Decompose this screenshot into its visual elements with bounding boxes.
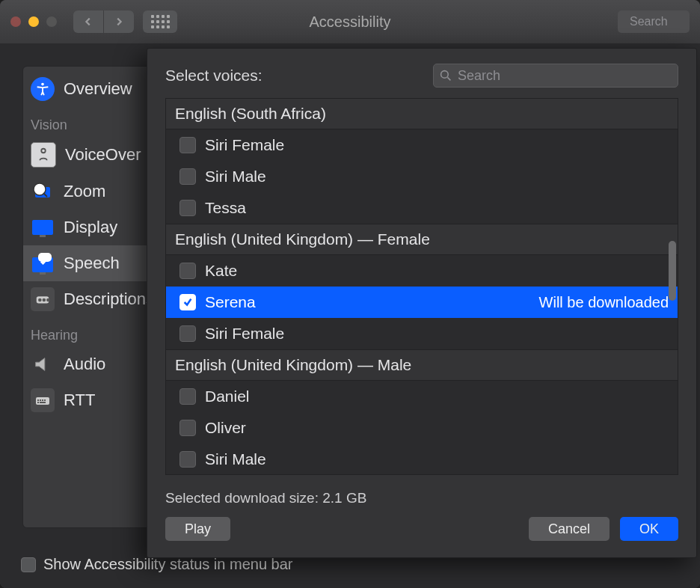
svg-rect-16 — [40, 402, 46, 403]
voices-search-input[interactable] — [456, 67, 672, 85]
voice-checkbox[interactable] — [179, 420, 196, 436]
svg-point-7 — [38, 298, 42, 302]
sidebar-item-label: Display — [64, 218, 117, 237]
sidebar-item-label: RTT — [64, 391, 95, 410]
voice-row[interactable]: Tessa — [166, 192, 678, 224]
select-voices-sheet: Select voices: English (South Africa) Si… — [147, 48, 697, 558]
svg-point-1 — [41, 83, 44, 86]
voice-name: Oliver — [205, 419, 246, 437]
sidebar-item-descriptions[interactable]: Descriptions — [23, 281, 154, 317]
rtt-icon — [31, 388, 55, 412]
voices-search-field[interactable] — [433, 64, 678, 88]
checkbox-box — [21, 557, 36, 572]
voice-name: Siri Male — [205, 450, 266, 468]
display-icon — [31, 215, 55, 239]
sidebar-item-label: Audio — [64, 355, 105, 374]
traffic-lights — [10, 16, 57, 27]
voice-group-header: English (United Kingdom) — Male — [166, 349, 678, 381]
sidebar-item-label: Speech — [64, 254, 120, 273]
voice-status: Will be downloaded — [539, 294, 669, 311]
sidebar-item-label: Zoom — [64, 182, 105, 201]
voice-row[interactable]: Siri Female — [166, 318, 678, 349]
zoom-window-button[interactable] — [46, 16, 57, 27]
voice-checkbox[interactable] — [179, 325, 196, 342]
svg-rect-12 — [40, 399, 41, 401]
voice-checkbox[interactable] — [179, 137, 196, 153]
toolbar-search-input[interactable] — [628, 14, 684, 29]
sheet-title: Select voices: — [165, 67, 262, 85]
voices-list[interactable]: English (South Africa) Siri Female Siri … — [165, 98, 678, 475]
voiceover-icon — [31, 142, 56, 168]
voice-name: Siri Female — [205, 136, 284, 154]
voice-checkbox[interactable] — [179, 168, 196, 185]
show-all-prefs-button[interactable] — [143, 10, 177, 33]
grid-icon — [151, 15, 170, 28]
speech-icon — [31, 251, 55, 275]
accessibility-icon — [31, 77, 55, 101]
sidebar-group-vision: Vision — [23, 107, 154, 136]
voice-row[interactable]: Oliver — [166, 412, 678, 444]
voice-name: Siri Female — [205, 325, 284, 343]
voice-row[interactable]: Daniel — [166, 381, 678, 412]
system-preferences-window: Accessibility Overview Vision — [0, 0, 700, 588]
voice-row[interactable]: Siri Male — [166, 161, 678, 192]
svg-rect-14 — [44, 399, 46, 401]
scrollbar-thumb[interactable] — [669, 241, 676, 301]
forward-button[interactable] — [104, 10, 134, 33]
svg-point-8 — [43, 298, 46, 302]
sidebar-item-label: Overview — [64, 79, 132, 99]
sidebar-item-label: Descriptions — [64, 290, 154, 309]
voice-name: Serena — [205, 293, 256, 311]
minimize-window-button[interactable] — [28, 16, 39, 27]
voice-checkbox[interactable] — [179, 451, 196, 468]
sheet-footer: Selected download size: 2.1 GB Play Canc… — [147, 475, 696, 557]
sidebar-item-rtt[interactable]: RTT — [23, 382, 154, 418]
sheet-button-row: Play Cancel OK — [165, 517, 678, 541]
voice-row[interactable]: Kate — [166, 255, 678, 287]
svg-point-9 — [46, 298, 50, 302]
show-status-menubar-checkbox[interactable]: Show Accessibility status in menu bar — [21, 556, 293, 573]
nav-back-forward — [73, 10, 134, 33]
sidebar-group-hearing: Hearing — [23, 317, 154, 346]
sidebar-item-audio[interactable]: Audio — [23, 346, 154, 382]
audio-icon — [31, 352, 55, 376]
download-size-label: Selected download size: 2.1 GB — [165, 490, 678, 506]
voice-checkbox-checked[interactable] — [179, 294, 196, 310]
sidebar-item-display[interactable]: Display — [23, 209, 154, 245]
sidebar-item-zoom[interactable]: Zoom — [23, 174, 154, 209]
svg-rect-11 — [37, 399, 39, 401]
play-button[interactable]: Play — [165, 517, 230, 541]
sidebar-item-overview[interactable]: Overview — [23, 71, 154, 107]
sidebar-item-label: VoiceOver — [65, 145, 141, 165]
sheet-header: Select voices: — [147, 49, 696, 98]
svg-point-2 — [41, 149, 46, 153]
voice-name: Siri Male — [205, 168, 266, 186]
checkbox-label: Show Accessibility status in menu bar — [43, 556, 293, 573]
voice-name: Kate — [205, 262, 237, 280]
sidebar-item-speech[interactable]: Speech — [23, 245, 154, 281]
search-icon — [440, 70, 452, 82]
voice-checkbox[interactable] — [179, 263, 196, 279]
ok-button[interactable]: OK — [620, 517, 678, 541]
close-window-button[interactable] — [10, 16, 21, 27]
svg-point-17 — [441, 71, 449, 79]
chevron-left-icon — [83, 16, 93, 27]
voice-group-header: English (South Africa) — [166, 99, 678, 129]
zoom-icon — [31, 180, 55, 203]
chevron-right-icon — [114, 16, 124, 27]
voice-checkbox[interactable] — [179, 388, 196, 405]
check-icon — [182, 297, 193, 307]
descriptions-icon — [31, 287, 55, 311]
voice-checkbox[interactable] — [179, 200, 196, 216]
back-button[interactable] — [73, 10, 103, 33]
voice-row[interactable]: Siri Male — [166, 444, 678, 475]
cancel-button[interactable]: Cancel — [529, 517, 610, 541]
sidebar: Overview Vision VoiceOver — [22, 66, 155, 528]
voice-row-selected[interactable]: Serena Will be downloaded — [166, 287, 678, 318]
voice-group-header: English (United Kingdom) — Female — [166, 224, 678, 255]
svg-rect-13 — [42, 399, 43, 401]
voice-row[interactable]: Siri Female — [166, 129, 678, 161]
toolbar-search-field[interactable] — [618, 10, 690, 33]
voice-name: Tessa — [205, 199, 246, 217]
sidebar-item-voiceover[interactable]: VoiceOver — [23, 136, 154, 174]
